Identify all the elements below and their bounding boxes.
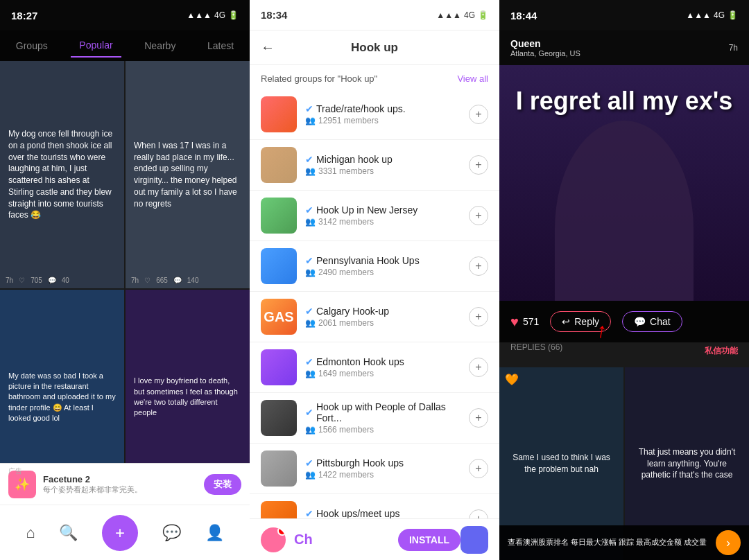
group-info-1: ✔ Michigan hook up 👥 3331 members <box>305 154 460 176</box>
group-item-5[interactable]: ✔ Edmonton Hook ups 👥 1649 members + <box>250 342 499 393</box>
ad-label: 广告 <box>8 466 22 476</box>
group-item-6[interactable]: ✔ Hook up with People of Dallas Fort... … <box>250 393 499 444</box>
group-name-text-0: Trade/rate/hook ups. <box>316 103 406 114</box>
group-thumb-0 <box>261 96 297 132</box>
group-name-3: ✔ Pennsylvania Hook Ups <box>305 255 460 266</box>
group-thumb-inner-1 <box>261 147 297 183</box>
ad-title: Facetune 2 <box>43 474 197 484</box>
group-item-2[interactable]: ✔ Hook Up in New Jersey 👥 3142 members + <box>250 191 499 241</box>
create-post-button[interactable]: + <box>102 515 138 551</box>
groups-list: Related groups for "Hook up" View all ✔ … <box>250 65 499 518</box>
person-silhouette <box>555 121 694 301</box>
verified-icon-6: ✔ <box>305 407 313 418</box>
verified-icon-1: ✔ <box>305 154 313 165</box>
group-item-8[interactable]: ✔ Hook ups/meet ups 👥 1152 members + <box>250 494 499 518</box>
verified-icon-5: ✔ <box>305 356 313 367</box>
home-icon[interactable]: ⌂ <box>26 524 35 542</box>
ad-subtitle: 每个姿势看起来都非常完美。 <box>43 484 197 495</box>
tab-latest[interactable]: Latest <box>199 35 242 57</box>
group-thumb-inner-7 <box>261 450 297 487</box>
like-button[interactable]: ♥ 571 <box>510 314 539 330</box>
members-icon-1: 👥 <box>305 166 316 176</box>
groups-container: ✔ Trade/rate/hook ups. 👥 12951 members +… <box>250 89 499 518</box>
profile-icon[interactable]: 👤 <box>205 524 224 542</box>
bottom-post-text-2: That just means you didn't learn anythin… <box>633 446 741 481</box>
tab-nearby[interactable]: Nearby <box>136 35 184 57</box>
group-add-button-5[interactable]: + <box>469 358 488 377</box>
members-count-1: 3331 members <box>318 166 374 176</box>
group-members-5: 👥 1649 members <box>305 369 460 378</box>
post-card-1[interactable]: My dog once fell through ice on a pond t… <box>0 61 124 288</box>
network-type-right: 4G <box>714 10 725 20</box>
heart-icon-right: ♥ <box>510 314 519 330</box>
chat-icon[interactable]: 💬 <box>162 524 181 542</box>
tab-groups[interactable]: Groups <box>8 35 56 57</box>
chat-button[interactable]: 💬 Chat <box>622 311 682 332</box>
back-button[interactable]: ← <box>261 40 275 55</box>
group-add-button-4[interactable]: + <box>469 307 488 326</box>
group-members-6: 👥 1566 members <box>305 425 460 435</box>
group-item-1[interactable]: ✔ Michigan hook up 👥 3331 members + <box>250 140 499 191</box>
comment-icon-2: 💬 <box>173 277 182 284</box>
group-info-6: ✔ Hook up with People of Dallas Fort... … <box>305 401 460 435</box>
group-thumb-inner-8 <box>261 501 297 518</box>
group-add-button-0[interactable]: + <box>469 105 488 124</box>
group-item-3[interactable]: ✔ Pennsylvania Hook Ups 👥 2490 members + <box>250 241 499 292</box>
author-name: Queen <box>510 38 580 49</box>
group-item-7[interactable]: ✔ Pittsburgh Hook ups 👥 1422 members + <box>250 444 499 494</box>
verified-icon-8: ✔ <box>305 508 313 518</box>
ad-banner: 广告 ✨ Facetune 2 每个姿势看起来都非常完美。 安装 <box>0 463 250 505</box>
group-add-button-7[interactable]: + <box>469 459 488 478</box>
group-info-5: ✔ Edmonton Hook ups 👥 1649 members <box>305 356 460 378</box>
heart-icon-1: ♡ <box>19 277 25 284</box>
group-name-5: ✔ Edmonton Hook ups <box>305 356 460 367</box>
verified-icon-2: ✔ <box>305 204 313 216</box>
post-author: Queen Atlanta, Georgia, US <box>510 38 580 58</box>
panel-mid: 18:34 ▲▲▲ 4G 🔋 ← Hook up Related groups … <box>250 0 499 560</box>
post-comments-1: 40 <box>62 277 69 284</box>
members-count-5: 1649 members <box>318 369 374 378</box>
status-icons-mid: ▲▲▲ 4G 🔋 <box>436 10 488 20</box>
group-add-button-1[interactable]: + <box>469 155 488 175</box>
likes-count: 571 <box>523 316 539 327</box>
members-icon-5: 👥 <box>305 369 316 378</box>
group-thumb-3 <box>261 248 297 284</box>
group-add-button-6[interactable]: + <box>469 408 488 428</box>
group-name-8: ✔ Hook ups/meet ups <box>305 508 460 518</box>
ad-install-button[interactable]: 安装 <box>204 474 241 495</box>
notification-badge <box>277 527 286 536</box>
post-text-1: My dog once fell through ice on a pond t… <box>0 61 124 288</box>
bottom-ad-right[interactable]: 查看澳洲股票排名 每日最大涨幅 跟踪 最高成交金额 成交量 › <box>499 525 749 560</box>
battery-icon-right: 🔋 <box>728 10 738 20</box>
verified-icon-7: ✔ <box>305 457 313 469</box>
group-add-button-8[interactable]: + <box>469 509 488 518</box>
post-card-2[interactable]: When I was 17 I was in a really bad plac… <box>126 61 250 288</box>
reply-icon: ↩ <box>562 316 570 327</box>
group-thumb-2 <box>261 198 297 234</box>
group-item-0[interactable]: ✔ Trade/rate/hook ups. 👥 12951 members + <box>250 89 499 140</box>
group-thumb-1 <box>261 147 297 183</box>
bottom-ad-arrow[interactable]: › <box>716 530 741 555</box>
post-likes-1: 705 <box>31 277 42 284</box>
group-add-button-2[interactable]: + <box>469 206 488 225</box>
members-icon-0: 👥 <box>305 116 316 125</box>
search-icon[interactable]: 🔍 <box>59 524 78 542</box>
group-members-0: 👥 12951 members <box>305 116 460 125</box>
group-info-4: ✔ Calgary Hook-up 👥 2061 members <box>305 306 460 328</box>
group-item-4[interactable]: GAS ✔ Calgary Hook-up 👥 2061 members + <box>250 292 499 342</box>
install-button[interactable]: INSTALL <box>398 529 460 551</box>
ad-text: Facetune 2 每个姿势看起来都非常完美。 <box>43 474 197 495</box>
tab-popular[interactable]: Popular <box>71 34 121 58</box>
group-thumb-inner-5 <box>261 349 297 385</box>
post-time-right: 7h <box>729 43 738 53</box>
members-count-2: 3142 members <box>318 217 374 227</box>
group-add-button-3[interactable]: + <box>469 256 488 276</box>
post-comments-2: 140 <box>187 277 199 284</box>
group-name-2: ✔ Hook Up in New Jersey <box>305 204 460 216</box>
members-icon-3: 👥 <box>305 268 316 277</box>
view-all-button[interactable]: View all <box>457 73 488 84</box>
group-members-1: 👥 3331 members <box>305 166 460 176</box>
group-name-4: ✔ Calgary Hook-up <box>305 306 460 317</box>
group-info-3: ✔ Pennsylvania Hook Ups 👥 2490 members <box>305 255 460 277</box>
members-icon-4: 👥 <box>305 318 316 328</box>
